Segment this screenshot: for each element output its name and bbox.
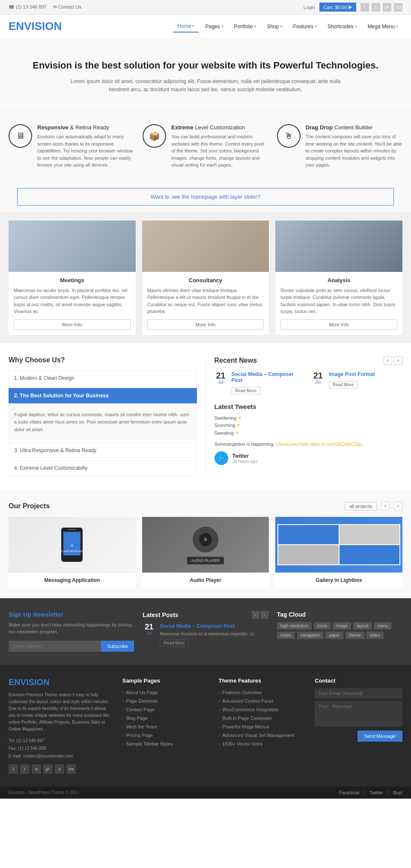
post-read-more-1[interactable]: Read More <box>160 639 188 647</box>
news-read-more-1[interactable]: Read More <box>232 387 260 394</box>
footer-page-team[interactable]: Meet the Team <box>122 722 210 731</box>
tag-layout[interactable]: layout <box>353 622 372 629</box>
footer-twitter-icon[interactable]: t <box>20 764 30 774</box>
why-item-4[interactable]: 4. Extreme Level Customizabilty <box>9 460 197 476</box>
footer-about: ENVISION Envision Premium Theme makes it… <box>9 677 114 774</box>
why-item-1[interactable]: 1. Modern & Clean Design <box>9 370 197 386</box>
hero-description: Lorem ipsum dolor sit amet, consectetur … <box>60 78 351 94</box>
footer-page-about[interactable]: About Us Page <box>122 688 210 697</box>
footer-linkedin-icon[interactable]: in <box>32 764 41 774</box>
feature-responsive: 🖥 Responsive & Retina Ready Envision can… <box>9 124 134 169</box>
news-prev-btn[interactable]: ‹ <box>384 356 392 365</box>
service-analysis-btn[interactable]: More Info <box>280 319 397 330</box>
project-audio-body: Audio Player <box>142 573 269 588</box>
news-read-more-2[interactable]: Read More <box>329 381 357 388</box>
service-consultancy-btn[interactable]: More Info <box>147 319 264 330</box>
footer-googleplus-icon[interactable]: g+ <box>43 764 53 774</box>
footer-pages-title: Sample Pages <box>122 677 210 684</box>
tag-paper[interactable]: paper <box>325 632 343 639</box>
posts-prev-btn[interactable]: ‹ <box>252 611 259 619</box>
nav-mega-menu[interactable]: Mega Menu ▾ <box>363 21 402 32</box>
footer-buy-link[interactable]: Buy! <box>393 790 402 795</box>
footer-email-input[interactable] <box>315 688 402 698</box>
footer-facebook-link[interactable]: Facebook <box>339 790 360 795</box>
why-item-2[interactable]: 2. The Best Solution for Your Business <box>9 388 197 403</box>
footer-feature-mega-menus[interactable]: Powerful Mega Menus <box>218 722 306 731</box>
project-messaging-img: ✉ 1 NEW MESSAGE <box>9 517 136 573</box>
nav-pages[interactable]: Pages ▾ <box>201 21 227 32</box>
footer-page-pricing[interactable]: Pricing Page <box>122 731 210 740</box>
nav-shortcodes[interactable]: Shortcodes ▾ <box>323 21 361 32</box>
news-next-btn[interactable]: › <box>394 356 402 365</box>
tag-music[interactable]: music <box>277 632 295 639</box>
footer-page-blog[interactable]: Blog Page <box>122 714 210 722</box>
tag-image[interactable]: image <box>333 622 351 629</box>
tag-icons[interactable]: icons <box>314 622 331 629</box>
service-meetings-desc: Maecenas eu iaculis turpis. In placerat … <box>14 287 131 315</box>
footer-feature-control-panel[interactable]: Advanced Control Panel <box>218 697 306 705</box>
tag-theme[interactable]: theme <box>345 632 364 639</box>
projects-prev-btn[interactable]: ‹ <box>381 502 390 510</box>
post-item-1: 21 Jul Social Media – Composer Post Maec… <box>143 623 268 647</box>
cart-button[interactable]: Cart: $0.00 ▶ <box>319 3 356 12</box>
nav-home[interactable]: Home ▾ <box>173 21 199 33</box>
logo[interactable]: ENVISION <box>9 20 62 33</box>
projects-next-btn[interactable]: › <box>394 502 402 510</box>
login-link[interactable]: Login <box>304 5 315 10</box>
footer-page-contact[interactable]: Contact Page <box>122 705 210 714</box>
footer-feature-woocommerce[interactable]: WooCommerce Integration <box>218 705 306 714</box>
news-title-2[interactable]: Image Post Format <box>329 371 375 377</box>
tag-high-resolution[interactable]: high resolution <box>277 622 312 629</box>
all-projects-btn[interactable]: all projects <box>345 502 377 510</box>
footer-features-list: Features Overview Advanced Control Panel… <box>218 688 306 748</box>
post-title-1[interactable]: Social Media – Composer Post <box>160 623 257 629</box>
footer-message-input[interactable] <box>315 701 402 727</box>
hero-title: Envision is the best solution for your w… <box>13 60 398 71</box>
nav-shop[interactable]: Shop ▾ <box>263 21 287 32</box>
feature-responsive-content: Responsive & Retina Ready Envision can a… <box>37 124 134 169</box>
newsletter-subscribe-btn[interactable]: Subscribe <box>101 641 134 652</box>
newsletter-description: Make sure you don't miss interesting hap… <box>9 621 134 635</box>
slider-cta[interactable]: Want to see the homepage with layer slid… <box>17 188 394 206</box>
footer-facebook-icon[interactable]: f <box>9 764 18 774</box>
project-messaging: ✉ 1 NEW MESSAGE Messaging Application <box>9 517 136 588</box>
tag-navigation[interactable]: navigation <box>297 632 324 639</box>
footer-delicious-icon[interactable]: d <box>55 764 64 774</box>
footer-feature-composer[interactable]: Built-in Page Composer <box>218 714 306 722</box>
nav-features[interactable]: Features ▾ <box>289 21 321 32</box>
newsletter-title: Sign Up Newsletter <box>9 611 134 618</box>
footer-feature-visual-set[interactable]: Advanced Visual Set Management <box>218 731 306 740</box>
news-title-1[interactable]: Social Media – Composer Post <box>232 371 305 383</box>
tag-video[interactable]: video <box>366 632 384 639</box>
facebook-icon[interactable]: f <box>360 3 369 12</box>
footer-send-btn[interactable]: Send Message <box>357 731 402 742</box>
newsletter-email-input[interactable] <box>9 641 101 652</box>
footer-twitter-link[interactable]: Twitter <box>369 790 383 795</box>
service-meetings-btn[interactable]: More Info <box>14 319 131 330</box>
feature-extreme: 📦 Extreme Level Customization You can bu… <box>143 124 268 169</box>
posts-next-btn[interactable]: › <box>261 611 268 619</box>
nav-portfolio[interactable]: Portfolio ▾ <box>230 21 261 32</box>
footer-page-titlebar[interactable]: Sample Titlebar Styles <box>122 740 210 748</box>
why-item-3[interactable]: 3. Ultra Responsive & Retina Ready <box>9 443 197 458</box>
tags-container: high resolution icons image layout menu … <box>277 622 402 639</box>
footer-page-elements[interactable]: Page Elements <box>122 697 210 705</box>
tag-menu[interactable]: menu <box>374 622 391 629</box>
contact-link[interactable]: ✉ Contact Us <box>53 4 81 10</box>
footer-rss-icon[interactable]: rss <box>66 764 76 774</box>
googleplus-icon[interactable]: g+ <box>383 3 391 12</box>
newsletter-section: Sign Up Newsletter Make sure you don't m… <box>9 611 134 652</box>
service-analysis: Analysis Donec vulputate justo ac sem cu… <box>275 221 402 335</box>
footer-feature-overview[interactable]: Features Overview <box>218 688 306 697</box>
footer-feature-icons[interactable]: 1500+ Vector Icons <box>218 740 306 748</box>
footer-about-desc: Envision Premium Theme makes it easy to … <box>9 692 114 733</box>
tweet-meta: Twitter 20 hours ago <box>232 453 257 464</box>
news-section: Recent News ‹ › 21 Jul Social Media – Co… <box>206 356 403 478</box>
twitter-icon[interactable]: t <box>372 3 380 12</box>
slider-cta-link[interactable]: Want to see the homepage with layer slid… <box>151 194 260 200</box>
svg-text:✉: ✉ <box>71 544 74 548</box>
rss-icon[interactable]: rss <box>394 3 402 12</box>
footer-bottom-links: Facebook / Twitter / Buy! <box>339 790 402 795</box>
footer-social-icons: f t in g+ d rss <box>9 764 114 774</box>
newsletter-form: Subscribe <box>9 641 134 652</box>
